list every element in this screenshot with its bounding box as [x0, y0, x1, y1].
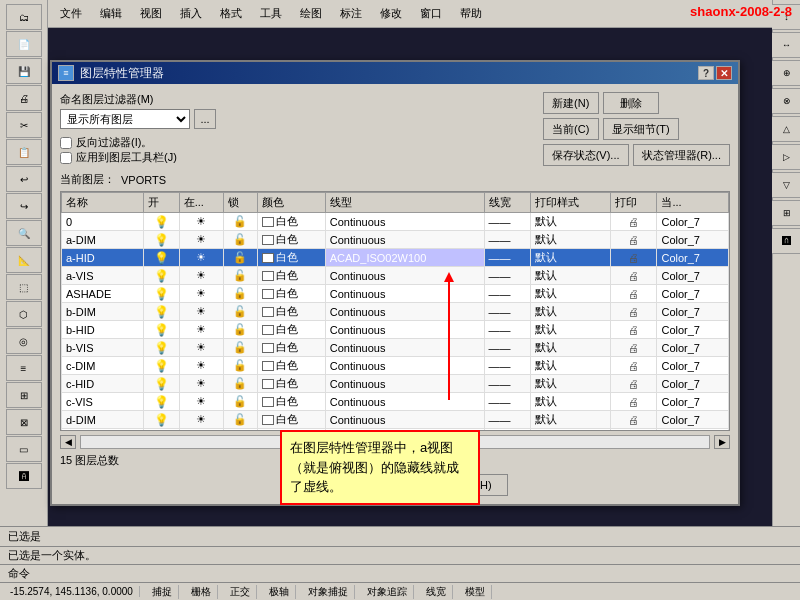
scroll-left-btn[interactable]: ◀ [60, 435, 76, 449]
cell-on[interactable]: 💡 [143, 393, 179, 411]
toolbar-btn-8[interactable]: ↪ [6, 193, 42, 219]
status-otrack[interactable]: 对象追踪 [361, 585, 414, 599]
cell-print[interactable]: 🖨 [610, 321, 657, 339]
new-btn[interactable]: 新建(N) [543, 92, 599, 114]
status-ortho[interactable]: 正交 [224, 585, 257, 599]
menu-item-format[interactable]: 格式 [212, 4, 250, 23]
table-row[interactable]: c-DIM 💡 ☀ 🔓 白色 Continuous —— 默认 🖨 Color_… [62, 357, 729, 375]
filter-select[interactable]: 显示所有图层 [60, 109, 190, 129]
current-btn[interactable]: 当前(C) [543, 118, 599, 140]
toolbar-btn-2[interactable]: 📄 [6, 31, 42, 57]
reverse-filter-checkbox[interactable] [60, 137, 72, 149]
status-snap[interactable]: 捕捉 [146, 585, 179, 599]
right-btn-7[interactable]: ▽ [769, 172, 801, 198]
cell-color[interactable]: 白色 [258, 285, 326, 303]
cell-frozen[interactable]: ☀ [179, 339, 223, 357]
cell-locked[interactable]: 🔓 [223, 429, 258, 432]
cell-linetype[interactable]: Continuous [325, 393, 484, 411]
table-row[interactable]: a-HID 💡 ☀ 🔓 白色 ACAD_ISO02W100 —— 默认 🖨 Co… [62, 249, 729, 267]
col-linetype[interactable]: 线型 [325, 193, 484, 213]
cell-color[interactable]: 白色 [258, 339, 326, 357]
apply-toolbar-checkbox[interactable] [60, 152, 72, 164]
cell-print[interactable]: 🖨 [610, 411, 657, 429]
cell-locked[interactable]: 🔓 [223, 321, 258, 339]
cell-on[interactable]: 💡 [143, 411, 179, 429]
toolbar-btn-17[interactable]: ▭ [6, 436, 42, 462]
table-row[interactable]: a-DIM 💡 ☀ 🔓 白色 Continuous —— 默认 🖨 Color_… [62, 231, 729, 249]
delete-btn[interactable]: 删除 [603, 92, 659, 114]
right-btn-8[interactable]: ⊞ [769, 200, 801, 226]
cell-print[interactable]: 🖨 [610, 285, 657, 303]
col-cur[interactable]: 当... [657, 193, 729, 213]
cell-on[interactable]: 💡 [143, 249, 179, 267]
cell-frozen[interactable]: ☀ [179, 357, 223, 375]
state-manager-btn[interactable]: 状态管理器(R)... [633, 144, 730, 166]
menu-item-tools[interactable]: 工具 [252, 4, 290, 23]
cell-locked[interactable]: 🔓 [223, 339, 258, 357]
cell-frozen[interactable]: ☀ [179, 285, 223, 303]
cell-linetype[interactable]: Continuous [325, 231, 484, 249]
toolbar-btn-10[interactable]: 📐 [6, 247, 42, 273]
menu-item-file[interactable]: 文件 [52, 4, 90, 23]
cell-linetype[interactable]: Continuous [325, 213, 484, 231]
cell-locked[interactable]: 🔓 [223, 231, 258, 249]
col-linewidth[interactable]: 线宽 [484, 193, 531, 213]
menu-item-draw[interactable]: 绘图 [292, 4, 330, 23]
cell-color[interactable]: 白色 [258, 303, 326, 321]
cell-print[interactable]: 🖨 [610, 213, 657, 231]
cell-locked[interactable]: 🔓 [223, 375, 258, 393]
toolbar-btn-13[interactable]: ◎ [6, 328, 42, 354]
layer-table-container[interactable]: 名称 开 在... 锁 颜色 线型 线宽 打印样式 打印 当... [60, 191, 730, 431]
cell-print[interactable]: 🖨 [610, 249, 657, 267]
right-btn-4[interactable]: ⊗ [769, 88, 801, 114]
table-row[interactable]: d-DIM 💡 ☀ 🔓 白色 Continuous —— 默认 🖨 Color_… [62, 411, 729, 429]
cell-linetype[interactable]: Continuous [325, 303, 484, 321]
cell-on[interactable]: 💡 [143, 213, 179, 231]
col-frozen[interactable]: 在... [179, 193, 223, 213]
cell-color[interactable]: 白色 [258, 375, 326, 393]
toolbar-btn-3[interactable]: 💾 [6, 58, 42, 84]
cell-print[interactable]: 🖨 [610, 393, 657, 411]
cell-linetype[interactable]: Continuous [325, 411, 484, 429]
table-row[interactable]: c-HID 💡 ☀ 🔓 白色 Continuous —— 默认 🖨 Color_… [62, 375, 729, 393]
table-row[interactable]: b-VIS 💡 ☀ 🔓 白色 Continuous —— 默认 🖨 Color_… [62, 339, 729, 357]
cell-frozen[interactable]: ☀ [179, 267, 223, 285]
col-print-style[interactable]: 打印样式 [531, 193, 611, 213]
menu-item-help[interactable]: 帮助 [452, 4, 490, 23]
cell-locked[interactable]: 🔓 [223, 357, 258, 375]
cell-print[interactable]: 🖨 [610, 303, 657, 321]
status-model[interactable]: 模型 [459, 585, 492, 599]
cell-locked[interactable]: 🔓 [223, 285, 258, 303]
table-row[interactable]: 0 💡 ☀ 🔓 白色 Continuous —— 默认 🖨 Color_7 [62, 213, 729, 231]
cell-on[interactable]: 💡 [143, 357, 179, 375]
cell-print[interactable]: 🖨 [610, 267, 657, 285]
cell-frozen[interactable]: ☀ [179, 303, 223, 321]
cell-print[interactable]: 🖨 [610, 231, 657, 249]
cell-color[interactable]: 白色 [258, 393, 326, 411]
toolbar-btn-12[interactable]: ⬡ [6, 301, 42, 327]
menu-item-window[interactable]: 窗口 [412, 4, 450, 23]
cell-locked[interactable]: 🔓 [223, 411, 258, 429]
cell-linetype[interactable]: Continuous [325, 285, 484, 303]
menu-item-dim[interactable]: 标注 [332, 4, 370, 23]
col-name[interactable]: 名称 [62, 193, 144, 213]
dialog-help-btn[interactable]: ? [698, 66, 714, 80]
toolbar-btn-1[interactable]: 🗂 [6, 4, 42, 30]
toolbar-btn-15[interactable]: ⊞ [6, 382, 42, 408]
cell-frozen[interactable]: ☀ [179, 429, 223, 432]
cell-frozen[interactable]: ☀ [179, 321, 223, 339]
cell-linetype[interactable]: Continuous [325, 321, 484, 339]
cell-color[interactable]: 白色 [258, 249, 326, 267]
toolbar-btn-14[interactable]: ≡ [6, 355, 42, 381]
cell-locked[interactable]: 🔓 [223, 249, 258, 267]
cell-on[interactable]: 💡 [143, 267, 179, 285]
toolbar-btn-6[interactable]: 📋 [6, 139, 42, 165]
toolbar-btn-9[interactable]: 🔍 [6, 220, 42, 246]
cell-on[interactable]: 💡 [143, 231, 179, 249]
cell-linetype[interactable]: Continuous [325, 267, 484, 285]
cell-print[interactable]: 🖨 [610, 429, 657, 432]
toolbar-btn-18[interactable]: 🅰 [6, 463, 42, 489]
cell-locked[interactable]: 🔓 [223, 393, 258, 411]
cell-locked[interactable]: 🔓 [223, 213, 258, 231]
cell-linetype[interactable]: ACAD_ISO02W100 [325, 249, 484, 267]
